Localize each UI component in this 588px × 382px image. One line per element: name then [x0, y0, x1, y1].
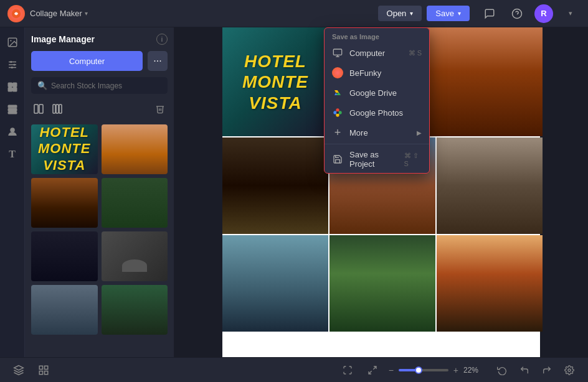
- search-bar: 🔍: [31, 77, 168, 94]
- search-input[interactable]: [51, 82, 161, 90]
- redo-icon[interactable]: [538, 361, 556, 379]
- icon-bar-layout[interactable]: [2, 77, 22, 97]
- svg-point-34: [338, 111, 341, 114]
- gdrive-icon: [332, 87, 343, 98]
- collage-hotel-text: HOTELMONTEVISTA: [242, 50, 308, 113]
- more-icon: +: [332, 127, 343, 138]
- search-icon: 🔍: [37, 81, 47, 90]
- save-computer-label: Computer: [349, 49, 385, 58]
- fit-screen-icon[interactable]: [364, 361, 381, 379]
- bottom-right-icons: [493, 361, 578, 379]
- settings-icon[interactable]: [561, 361, 578, 379]
- sidebar-header: Image Manager i: [31, 34, 168, 45]
- grid-icon[interactable]: [35, 361, 52, 379]
- svg-point-10: [11, 67, 12, 68]
- save-befunky-item[interactable]: BeFunky: [325, 63, 429, 83]
- svg-point-9: [13, 64, 15, 66]
- icon-bar-text[interactable]: T: [2, 144, 22, 164]
- nav-expand-button[interactable]: ▾: [561, 4, 581, 24]
- save-button[interactable]: Save ▾: [427, 6, 470, 21]
- svg-rect-16: [8, 109, 17, 111]
- thumbnail-sunset[interactable]: [31, 178, 98, 228]
- save-computer-shortcut: ⌘ S: [409, 49, 422, 57]
- thumbnail-motorcycle[interactable]: [102, 231, 168, 281]
- svg-point-8: [10, 61, 12, 63]
- svg-point-4: [10, 40, 11, 41]
- collage-cell-hotel[interactable]: HOTELMONTEVISTA: [222, 27, 328, 136]
- thumbnail-green-hills[interactable]: [102, 178, 168, 228]
- delete-button[interactable]: [153, 101, 168, 118]
- svg-rect-27: [39, 371, 42, 374]
- icon-bar: T: [0, 27, 25, 357]
- svg-rect-28: [45, 371, 48, 374]
- svg-rect-21: [53, 105, 55, 113]
- thumbnail-mountains[interactable]: [31, 285, 98, 335]
- collage-cell-winding[interactable]: [330, 235, 435, 332]
- refresh-icon[interactable]: [493, 361, 511, 379]
- icon-bar-text-layout[interactable]: [2, 100, 22, 119]
- fullscreen-icon[interactable]: [339, 361, 356, 379]
- icon-bar-adjust[interactable]: [2, 55, 22, 75]
- save-dropdown: Save as Image Computer ⌘ S BeFunky Googl…: [324, 27, 430, 174]
- chat-icon-button[interactable]: [480, 4, 500, 24]
- zoom-controls: − + 22%: [389, 365, 486, 375]
- help-icon-button[interactable]: [507, 4, 527, 24]
- dropdown-divider: [325, 144, 429, 144]
- thumbnail-mesa-1[interactable]: [102, 124, 168, 174]
- save-gphotos-label: Google Photos: [349, 108, 403, 118]
- save-project-label: Save as Project: [349, 150, 398, 169]
- svg-rect-19: [34, 105, 38, 113]
- save-project-item[interactable]: Save as Project ⌘ ⇧ S: [325, 146, 429, 173]
- icon-bar-faces[interactable]: [2, 122, 22, 142]
- befunky-icon: [332, 67, 343, 78]
- bottom-bar: − + 22%: [0, 357, 588, 382]
- app-name[interactable]: Collage Maker ▾: [30, 9, 88, 18]
- zoom-slider[interactable]: [399, 369, 448, 371]
- svg-marker-24: [14, 365, 24, 370]
- svg-rect-22: [56, 105, 59, 113]
- computer-button[interactable]: Computer: [31, 51, 143, 71]
- save-project-shortcut: ⌘ ⇧ S: [404, 152, 422, 167]
- svg-rect-30: [333, 49, 341, 55]
- svg-point-33: [336, 108, 339, 111]
- collage-cell-sunburst[interactable]: [437, 235, 543, 332]
- svg-point-29: [568, 369, 571, 371]
- view-grid-3col[interactable]: [50, 101, 65, 118]
- open-button[interactable]: Open ▾: [378, 6, 422, 21]
- svg-rect-14: [12, 88, 16, 91]
- app-name-text: Collage Maker: [30, 9, 82, 18]
- svg-point-37: [336, 111, 339, 114]
- view-controls: [31, 101, 168, 118]
- sidebar-info-icon[interactable]: i: [156, 34, 168, 45]
- gphotos-icon: [332, 107, 343, 118]
- save-more-item[interactable]: + More ▶: [325, 123, 429, 142]
- icon-bar-images[interactable]: [2, 32, 22, 52]
- avatar-initial: R: [541, 9, 546, 18]
- open-chevron: ▾: [410, 10, 413, 17]
- svg-rect-25: [39, 366, 42, 369]
- more-options-button[interactable]: ···: [148, 51, 168, 71]
- collage-cell-moto[interactable]: [437, 137, 543, 234]
- layers-icon[interactable]: [10, 361, 27, 379]
- save-more-label: More: [349, 128, 368, 137]
- user-avatar[interactable]: R: [534, 4, 553, 23]
- save-as-image-label: Save as Image: [325, 28, 429, 43]
- open-label: Open: [387, 9, 407, 18]
- save-gdrive-item[interactable]: Google Drive: [325, 83, 429, 103]
- save-gphotos-item[interactable]: Google Photos: [325, 103, 429, 123]
- thumbnail-dark-fog[interactable]: [31, 231, 98, 281]
- save-computer-item[interactable]: Computer ⌘ S: [325, 43, 429, 63]
- thumbnail-road[interactable]: [102, 285, 168, 335]
- sidebar: Image Manager i Computer ··· 🔍 HOTELM: [25, 27, 174, 357]
- zoom-out-icon[interactable]: −: [389, 365, 394, 375]
- view-grid-2col[interactable]: [31, 101, 46, 118]
- svg-rect-12: [12, 83, 16, 86]
- zoom-in-icon[interactable]: +: [453, 365, 458, 375]
- collage-cell-rock[interactable]: [222, 235, 328, 332]
- app-logo: [7, 5, 25, 22]
- undo-icon[interactable]: [516, 361, 533, 379]
- thumbnail-hotel[interactable]: HOTELMONTEVISTA: [31, 124, 98, 174]
- collage-cell-silhouette[interactable]: [222, 137, 328, 234]
- computer-icon: [332, 47, 343, 58]
- svg-point-35: [336, 113, 339, 116]
